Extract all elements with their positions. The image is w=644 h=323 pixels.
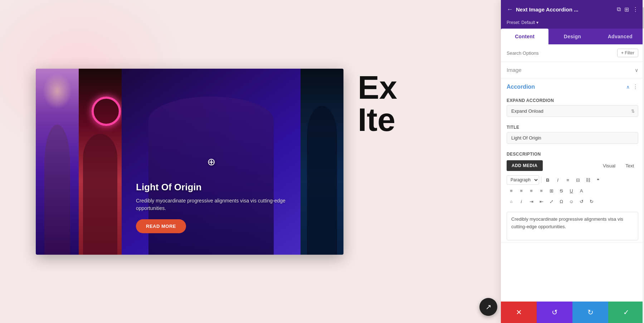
image-section: Image ∨ [501, 62, 644, 78]
redo-button[interactable]: ↻ [572, 302, 608, 323]
blockquote-button[interactable]: ❝ [593, 175, 602, 185]
title-group: Title [501, 122, 644, 149]
ordered-list-button[interactable]: ⊟ [573, 175, 582, 185]
settings-tabs: Content Design Advanced [501, 29, 644, 44]
settings-footer: ✕ ↺ ↻ ✓ [501, 302, 644, 323]
expand-accordion-label: Expand Accordion [507, 98, 638, 103]
table-button[interactable]: ⊞ [547, 186, 556, 195]
image-chevron-icon: ∨ [635, 67, 638, 73]
paragraph-select[interactable]: Paragraph [507, 175, 539, 185]
toolbar-row-3: ⌂ i ⇥ ⇤ ⤢ Ω ☺ ↺ ↻ [507, 197, 638, 206]
canvas-title-line1: Ex [358, 72, 397, 104]
accordion-section-controls: ∧ ⋮ [626, 83, 638, 90]
undo-editor-button[interactable]: ↺ [577, 197, 586, 206]
panel-3-description: Credibly myocardinate progressive alignm… [136, 197, 293, 212]
underline-button[interactable]: U [567, 186, 576, 195]
layout-icon[interactable]: ⊞ [624, 6, 629, 13]
media-row: ADD MEDIA Visual Text [501, 158, 644, 173]
accordion-widget: ⊕ Light Of Origin Credibly myocardinate … [36, 69, 343, 255]
preset-bar: Preset: Default ▾ [501, 19, 644, 29]
unordered-list-button[interactable]: ≡ [563, 175, 572, 185]
expand-accordion-select[interactable]: Expand Onload Expand on Click None [507, 105, 638, 117]
canvas-title-line2: Ite [358, 104, 397, 136]
scrollbar-track [643, 0, 644, 323]
accordion-settings-section: Accordion ∧ ⋮ Expand Accordion Expand On… [501, 78, 644, 243]
panel-1-image [36, 69, 79, 255]
expand-accordion-group: Expand Accordion Expand Onload Expand on… [501, 95, 644, 122]
align-justify-button[interactable]: ≡ [537, 186, 546, 195]
bold-button[interactable]: B [543, 175, 552, 185]
read-more-button[interactable]: READ MORE [136, 219, 186, 233]
redo-editor-button[interactable]: ↻ [587, 197, 596, 206]
settings-header: ← Next Image Accordion ... ⧉ ⊞ ⋮ [501, 0, 644, 19]
visual-tab[interactable]: Visual [599, 161, 620, 171]
corner-circle-button[interactable]: ↗ [479, 298, 497, 316]
align-right-button[interactable]: ≡ [527, 186, 536, 195]
accordion-panel-3[interactable]: ⊕ Light Of Origin Credibly myocardinate … [122, 69, 301, 255]
toolbar-row-2: ≡ ≡ ≡ ≡ ⊞ S U A [507, 186, 638, 195]
align-left-button[interactable]: ≡ [507, 186, 516, 195]
text-tab[interactable]: Text [621, 161, 638, 171]
more-icon[interactable]: ⋮ [633, 6, 638, 13]
settings-panel: ← Next Image Accordion ... ⧉ ⊞ ⋮ Preset:… [501, 0, 644, 323]
editor-content-area[interactable]: Credibly myocardinate progressive alignm… [507, 212, 638, 240]
filter-button[interactable]: + Filter [617, 49, 638, 57]
visual-text-tabs: Visual Text [599, 161, 638, 171]
toolbar-row-1: Paragraph B I ≡ ⊟ ⛓ ❝ [507, 175, 638, 185]
copy-icon[interactable]: ⧉ [617, 6, 621, 13]
accordion-collapse-icon[interactable]: ∧ [626, 84, 630, 90]
search-input[interactable] [507, 50, 614, 56]
accordion-panel-2[interactable] [79, 69, 122, 255]
emoji-button[interactable]: ☺ [567, 197, 576, 206]
indent-button[interactable]: ⇥ [527, 197, 536, 206]
add-media-button[interactable]: ADD MEDIA [507, 160, 543, 171]
back-button[interactable]: ← [507, 6, 513, 13]
canvas-area: ⊕ Light Of Origin Credibly myocardinate … [0, 0, 379, 323]
tab-advanced[interactable]: Advanced [596, 29, 644, 44]
description-label: Desccription [501, 149, 644, 158]
tab-design[interactable]: Design [548, 29, 596, 44]
toolbar-divider-1 [541, 177, 541, 183]
scrollbar-thumb[interactable] [643, 7, 644, 29]
image-section-title: Image [507, 67, 522, 73]
accordion-section-header[interactable]: Accordion ∧ ⋮ [501, 78, 644, 95]
outdent-button[interactable]: ⇤ [537, 197, 546, 206]
italic2-button[interactable]: i [517, 197, 526, 206]
panel-3-title: Light Of Origin [136, 182, 293, 193]
fullscreen-button[interactable]: ⤢ [547, 197, 556, 206]
move-icon: ⊕ [207, 156, 215, 167]
title-input[interactable] [507, 132, 638, 144]
link-button[interactable]: ⛓ [583, 175, 592, 185]
preset-label[interactable]: Preset: Default ▾ [507, 20, 538, 25]
align-center-button[interactable]: ≡ [517, 186, 526, 195]
image-section-header[interactable]: Image ∨ [501, 62, 644, 78]
accordion-panel-1[interactable] [36, 69, 79, 255]
panel-title: Next Image Accordion ... [516, 6, 614, 13]
canvas-text-block: Ex Ite [358, 72, 397, 136]
undo-button[interactable]: ↺ [537, 302, 572, 323]
accordion-more-icon[interactable]: ⋮ [633, 83, 638, 90]
title-field-label: Title [507, 125, 638, 130]
editor-toolbar: Paragraph B I ≡ ⊟ ⛓ ❝ ≡ ≡ ≡ ≡ ⊞ S [501, 173, 644, 210]
italic-button[interactable]: I [553, 175, 562, 185]
panel-3-content: Light Of Origin Credibly myocardinate pr… [136, 182, 293, 233]
source-button[interactable]: ⌂ [507, 197, 516, 206]
accordion-section-title: Accordion [507, 84, 535, 90]
settings-content: + Filter Image ∨ Accordion ∧ ⋮ Expand Ac… [501, 44, 644, 323]
panel-4-image [301, 69, 343, 255]
tab-content[interactable]: Content [501, 29, 548, 44]
expand-accordion-select-wrapper: Expand Onload Expand on Click None [507, 105, 638, 117]
cancel-button[interactable]: ✕ [501, 302, 537, 323]
header-icons: ⧉ ⊞ ⋮ [617, 6, 638, 13]
panel-2-image [79, 69, 122, 255]
accordion-panel-4[interactable] [301, 69, 343, 255]
font-color-button[interactable]: A [577, 186, 586, 195]
search-bar: + Filter [501, 44, 644, 62]
strikethrough-button[interactable]: S [557, 186, 566, 195]
save-button[interactable]: ✓ [608, 302, 644, 323]
omega-button[interactable]: Ω [557, 197, 566, 206]
